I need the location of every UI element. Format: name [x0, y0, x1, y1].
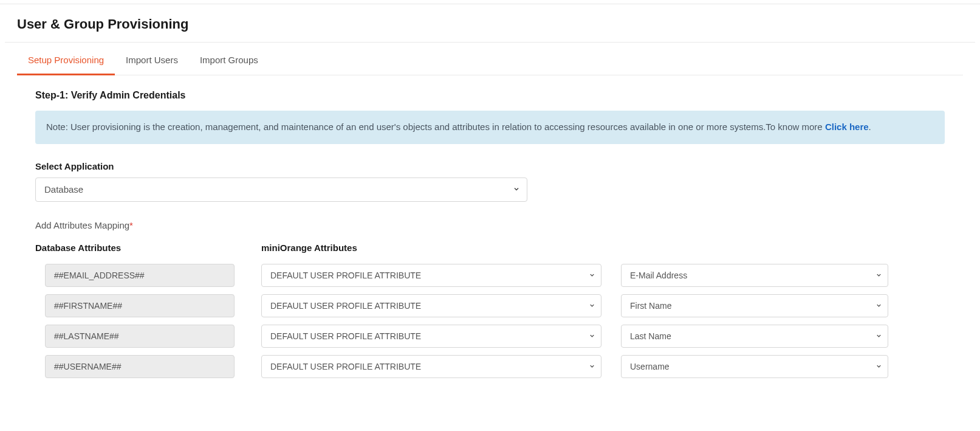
title-divider: [5, 42, 975, 43]
attribute-field-dropdown[interactable]: E-Mail Address: [621, 264, 888, 287]
info-note: Note: User provisioning is the creation,…: [35, 111, 945, 144]
select-application-dropdown[interactable]: Database: [35, 178, 527, 202]
attribute-type-wrap: DEFAULT USER PROFILE ATTRIBUTE: [261, 264, 601, 287]
note-suffix: .: [869, 122, 871, 132]
select-application-label: Select Application: [35, 161, 945, 171]
attribute-field-wrap: First Name: [621, 294, 888, 317]
attribute-field-wrap: Last Name: [621, 325, 888, 348]
col-header-database: Database Attributes: [35, 243, 242, 257]
tab-import-groups[interactable]: Import Groups: [189, 46, 269, 75]
attribute-type-wrap: DEFAULT USER PROFILE ATTRIBUTE: [261, 294, 601, 317]
tab-setup-provisioning[interactable]: Setup Provisioning: [17, 46, 115, 75]
attribute-type-dropdown[interactable]: DEFAULT USER PROFILE ATTRIBUTE: [261, 325, 601, 348]
db-attribute-input[interactable]: [45, 294, 235, 317]
db-attribute-input[interactable]: [45, 325, 235, 348]
attribute-field-dropdown[interactable]: Last Name: [621, 325, 888, 348]
tab-import-users[interactable]: Import Users: [115, 46, 189, 75]
page-title: User & Group Provisioning: [17, 4, 963, 42]
tabs-nav: Setup Provisioning Import Users Import G…: [17, 46, 963, 75]
attribute-type-dropdown[interactable]: DEFAULT USER PROFILE ATTRIBUTE: [261, 264, 601, 287]
required-asterisk: *: [129, 220, 133, 230]
db-attribute-input[interactable]: [45, 264, 235, 287]
attribute-field-dropdown[interactable]: First Name: [621, 294, 888, 317]
col-header-miniorange: miniOrange Attributes: [261, 243, 601, 257]
mapping-grid: Database Attributes miniOrange Attribute…: [35, 243, 945, 378]
note-link[interactable]: Click here: [825, 122, 869, 132]
attribute-field-wrap: Username: [621, 355, 888, 378]
tab-content: Step-1: Verify Admin Credentials Note: U…: [17, 75, 963, 402]
step-heading: Step-1: Verify Admin Credentials: [35, 90, 945, 101]
attribute-field-dropdown[interactable]: Username: [621, 355, 888, 378]
attribute-type-wrap: DEFAULT USER PROFILE ATTRIBUTE: [261, 355, 601, 378]
note-text: Note: User provisioning is the creation,…: [46, 122, 825, 132]
main-container: User & Group Provisioning Setup Provisio…: [0, 4, 980, 402]
attribute-type-dropdown[interactable]: DEFAULT USER PROFILE ATTRIBUTE: [261, 355, 601, 378]
col-header-spacer: [621, 247, 888, 251]
attribute-type-wrap: DEFAULT USER PROFILE ATTRIBUTE: [261, 325, 601, 348]
attribute-type-dropdown[interactable]: DEFAULT USER PROFILE ATTRIBUTE: [261, 294, 601, 317]
select-application-wrap: Database: [35, 178, 527, 202]
attribute-field-wrap: E-Mail Address: [621, 264, 888, 287]
db-attribute-input[interactable]: [45, 355, 235, 378]
add-attributes-mapping-label: Add Attributes Mapping*: [35, 220, 945, 230]
mapping-label-text: Add Attributes Mapping: [35, 220, 129, 230]
